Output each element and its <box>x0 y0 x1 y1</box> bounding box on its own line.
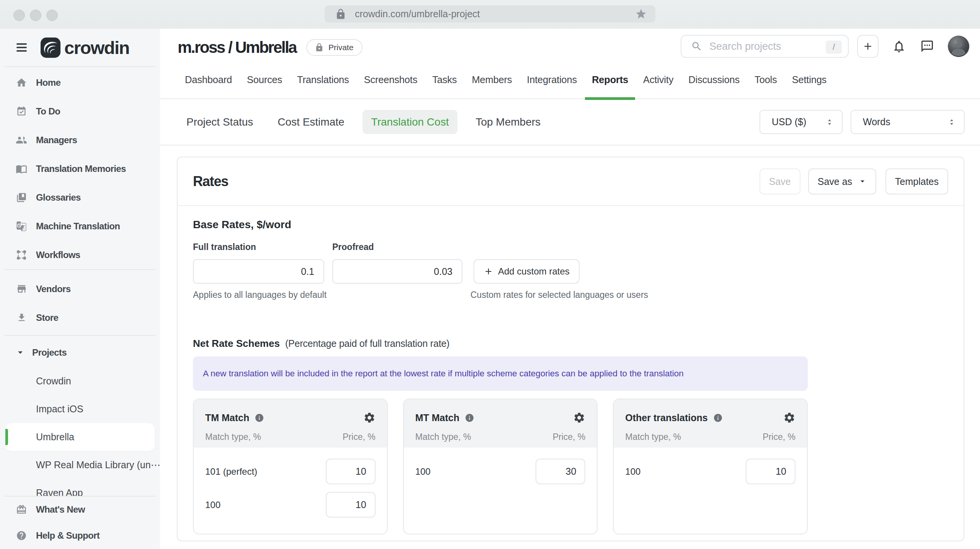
menu-toggle-icon[interactable] <box>16 43 27 52</box>
sidebar-item-store[interactable]: Store <box>0 303 160 332</box>
sidebar-item-help-support[interactable]: Help & Support <box>0 523 160 549</box>
tm-101-price-input[interactable] <box>326 459 376 484</box>
sidebar-item-label: Translation Memories <box>36 163 126 174</box>
sidebar-item-todo[interactable]: To Do <box>0 97 160 126</box>
tab-activity[interactable]: Activity <box>636 69 680 100</box>
window-zoom-button[interactable] <box>46 10 58 21</box>
match-type-column-label: Match type, % <box>205 432 261 442</box>
templates-button[interactable]: Templates <box>885 168 948 194</box>
search-input[interactable] <box>709 41 813 52</box>
home-icon <box>14 77 29 88</box>
sidebar-project-impact-ios[interactable]: Impact iOS <box>0 395 160 423</box>
info-banner: A new translation will be included in th… <box>193 356 808 391</box>
page-title: m.ross / Umbrella <box>178 38 296 57</box>
messages-button[interactable] <box>916 35 939 58</box>
tab-label: Members <box>472 74 512 85</box>
window-close-button[interactable] <box>13 10 25 21</box>
gear-icon[interactable] <box>573 412 585 424</box>
tm-100-price-input[interactable] <box>326 492 376 518</box>
full-translation-label: Full translation <box>193 242 332 252</box>
proofread-input[interactable] <box>332 259 462 284</box>
sidebar-item-managers[interactable]: Managers <box>0 126 160 154</box>
match-type-value: 100 <box>625 466 640 477</box>
subtab-cost-estimate[interactable]: Cost Estimate <box>271 110 351 134</box>
tab-dashboard[interactable]: Dashboard <box>178 69 239 100</box>
store-icon <box>14 312 29 323</box>
gear-icon[interactable] <box>783 412 795 424</box>
subtab-top-members[interactable]: Top Members <box>469 110 547 134</box>
unit-select[interactable]: Words <box>851 110 965 134</box>
bookmark-star-icon[interactable] <box>635 8 647 20</box>
tab-discussions[interactable]: Discussions <box>681 69 746 100</box>
sidebar-project-umbrella[interactable]: Umbrella <box>5 423 155 451</box>
subtab-label: Cost Estimate <box>278 116 344 128</box>
crowdin-logo[interactable]: crowdin <box>41 37 129 58</box>
tab-tools[interactable]: Tools <box>748 69 784 100</box>
tab-sources[interactable]: Sources <box>240 69 289 100</box>
search-shortcut-hint: / <box>826 41 842 54</box>
plus-icon <box>483 266 493 276</box>
info-icon[interactable] <box>713 413 723 423</box>
subtab-label: Top Members <box>475 116 541 128</box>
sidebar-project-raven-app[interactable]: Raven App <box>0 479 160 496</box>
rates-card: Rates Save Save as Templates Base Rates,… <box>177 157 964 541</box>
rate-row: 101 (perfect) <box>205 459 376 484</box>
sidebar-item-whats-new[interactable]: What's New <box>0 497 160 523</box>
subtab-translation-cost[interactable]: Translation Cost <box>363 110 458 134</box>
workflows-icon <box>14 250 29 260</box>
tab-integrations[interactable]: Integrations <box>520 69 584 100</box>
full-translation-caption: Applies to all languages by default <box>193 290 327 300</box>
crowdin-logo-icon <box>41 38 60 58</box>
match-type-value: 100 <box>205 500 220 510</box>
address-bar[interactable]: crowdin.com/umbrella-project <box>325 5 655 23</box>
burger-line <box>16 43 27 45</box>
tab-screenshots[interactable]: Screenshots <box>357 69 425 100</box>
main-content: m.ross / Umbrella Private / Dashboard So… <box>160 29 980 549</box>
project-label: Crowdin <box>36 376 71 387</box>
window-minimize-button[interactable] <box>30 10 41 21</box>
tab-tasks[interactable]: Tasks <box>425 69 464 100</box>
tab-label: Settings <box>792 74 827 85</box>
tab-members[interactable]: Members <box>465 69 519 100</box>
sidebar-project-crowdin[interactable]: Crowdin <box>0 367 160 395</box>
sidebar-item-home[interactable]: Home <box>0 68 160 97</box>
tm-match-card: TM Match Match type, % Price, % 101 (per… <box>193 399 388 534</box>
add-custom-rates-button[interactable]: Add custom rates <box>474 259 580 284</box>
sidebar-item-label: Home <box>36 77 60 88</box>
other-100-price-input[interactable] <box>746 459 795 484</box>
tm-match-title: TM Match <box>205 412 249 423</box>
sidebar-item-machine-translation[interactable]: Machine Translation <box>0 212 160 240</box>
caret-down-icon <box>858 177 867 186</box>
price-column-label: Price, % <box>343 432 376 442</box>
create-project-button[interactable] <box>857 35 879 58</box>
info-icon[interactable] <box>465 413 474 423</box>
gear-icon[interactable] <box>363 412 376 424</box>
tab-reports[interactable]: Reports <box>585 69 635 100</box>
avatar-photo <box>948 36 969 57</box>
subtab-project-status[interactable]: Project Status <box>180 110 260 134</box>
chevron-down-icon <box>16 349 24 356</box>
other-translations-card: Other translations Match type, % Price, … <box>613 399 808 534</box>
save-as-button[interactable]: Save as <box>808 168 876 194</box>
tab-translations[interactable]: Translations <box>290 69 356 100</box>
tab-label: Translations <box>297 74 349 85</box>
sidebar-item-vendors[interactable]: Vendors <box>0 274 160 303</box>
rate-row: 100 <box>625 459 795 484</box>
sidebar-project-wp-real-media-library[interactable]: WP Real Media Library (un⋯ <box>0 451 160 479</box>
user-avatar[interactable] <box>948 36 969 57</box>
save-button[interactable]: Save <box>760 168 800 194</box>
mt-100-price-input[interactable] <box>536 459 585 484</box>
search-box: / <box>681 35 849 58</box>
info-icon[interactable] <box>255 413 264 423</box>
full-translation-input[interactable] <box>193 259 324 284</box>
sidebar-item-translation-memories[interactable]: Translation Memories <box>0 154 160 183</box>
notifications-button[interactable] <box>887 35 910 58</box>
currency-select[interactable]: USD ($) <box>760 110 843 134</box>
sidebar-projects-toggle[interactable]: Projects <box>0 340 160 365</box>
help-icon <box>14 530 29 541</box>
sidebar-item-glossaries[interactable]: Glossaries <box>0 183 160 212</box>
updown-icon <box>947 118 956 127</box>
sidebar-item-workflows[interactable]: Workflows <box>0 240 160 269</box>
tab-settings[interactable]: Settings <box>785 69 834 100</box>
add-custom-rates-label: Add custom rates <box>498 266 570 277</box>
